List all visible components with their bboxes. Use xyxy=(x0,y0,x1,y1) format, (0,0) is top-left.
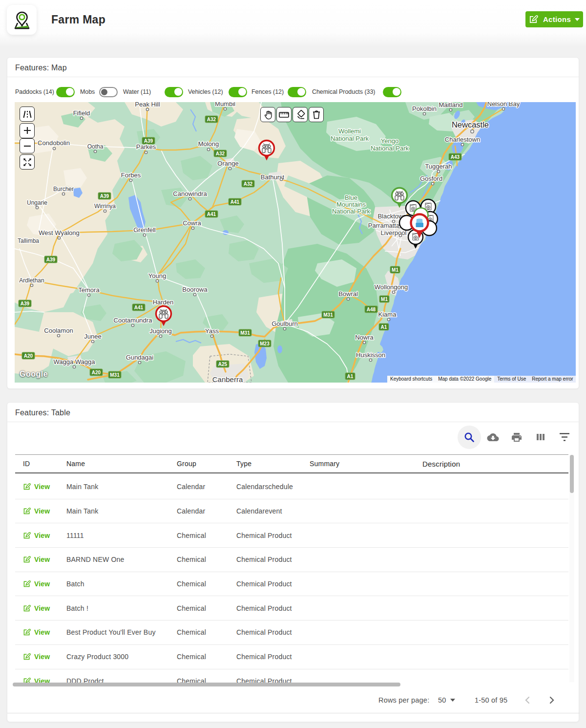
svg-text:Wirrinya: Wirrinya xyxy=(94,203,116,210)
svg-text:Charlestown: Charlestown xyxy=(445,136,480,143)
svg-text:Young: Young xyxy=(148,272,166,279)
svg-text:A39: A39 xyxy=(100,193,109,199)
svg-text:Blue: Blue xyxy=(345,194,357,201)
svg-text:Orange: Orange xyxy=(217,160,238,167)
svg-text:Wagga Wagga: Wagga Wagga xyxy=(53,358,95,365)
svg-text:Gundagai: Gundagai xyxy=(126,354,153,361)
svg-text:A41: A41 xyxy=(134,305,144,310)
svg-text:Gosford: Gosford xyxy=(420,175,442,182)
svg-text:Wollemi: Wollemi xyxy=(338,128,361,135)
svg-text:Yass: Yass xyxy=(205,327,219,335)
svg-text:Fifield: Fifield xyxy=(73,109,90,117)
svg-text:Peak Hill: Peak Hill xyxy=(135,102,160,108)
svg-text:Mountains: Mountains xyxy=(336,201,366,208)
svg-text:M1: M1 xyxy=(392,267,398,273)
svg-text:Pokolbin: Pokolbin xyxy=(412,105,437,112)
svg-text:Bowral: Bowral xyxy=(338,290,358,298)
svg-text:A41: A41 xyxy=(230,199,240,205)
svg-text:Tuggerah: Tuggerah xyxy=(425,163,452,170)
svg-text:Ardlethan: Ardlethan xyxy=(19,277,44,284)
svg-text:A1: A1 xyxy=(347,374,354,379)
svg-text:Canberra: Canberra xyxy=(212,375,243,383)
svg-text:Forbes: Forbes xyxy=(121,171,141,179)
svg-text:Nelson Bay: Nelson Bay xyxy=(487,102,520,107)
svg-text:A48: A48 xyxy=(367,307,376,312)
svg-text:A39: A39 xyxy=(46,257,56,262)
svg-text:Jugiong: Jugiong xyxy=(149,327,172,335)
svg-text:Boorowa: Boorowa xyxy=(182,286,208,293)
svg-text:Goulburn: Goulburn xyxy=(272,320,297,327)
svg-text:A1: A1 xyxy=(381,324,387,330)
svg-text:M31: M31 xyxy=(110,372,120,378)
svg-text:A32: A32 xyxy=(207,117,216,122)
svg-text:Ungarie: Ungarie xyxy=(27,199,47,206)
svg-text:Yengo: Yengo xyxy=(381,137,398,145)
svg-text:Mumbil: Mumbil xyxy=(215,102,235,107)
svg-text:M31: M31 xyxy=(240,330,250,336)
svg-text:M23: M23 xyxy=(260,341,270,346)
svg-text:Nowra: Nowra xyxy=(355,334,374,341)
svg-text:Grenfell: Grenfell xyxy=(133,226,156,234)
svg-text:Temora: Temora xyxy=(78,286,100,294)
svg-text:Kiama: Kiama xyxy=(378,311,397,318)
svg-text:A32: A32 xyxy=(244,181,253,187)
svg-text:Burcher: Burcher xyxy=(53,186,74,193)
svg-text:Newcastle: Newcastle xyxy=(452,120,489,129)
svg-text:A43: A43 xyxy=(451,154,460,160)
svg-text:Coolamon: Coolamon xyxy=(44,327,73,334)
svg-text:National Park: National Park xyxy=(331,135,369,142)
svg-text:Huskisson: Huskisson xyxy=(356,351,385,359)
svg-text:M1: M1 xyxy=(381,297,388,302)
svg-text:Junee: Junee xyxy=(84,333,101,340)
svg-text:West Wyalong: West Wyalong xyxy=(39,229,79,236)
svg-text:A25: A25 xyxy=(218,362,228,367)
svg-text:National Park: National Park xyxy=(332,208,371,215)
svg-text:A20: A20 xyxy=(24,353,33,359)
svg-text:Condobolin: Condobolin xyxy=(38,139,70,147)
svg-text:A41: A41 xyxy=(207,212,216,217)
svg-text:Cootamundra: Cootamundra xyxy=(114,317,153,324)
svg-text:Liverpool: Liverpool xyxy=(381,229,407,236)
svg-text:Parramatta: Parramatta xyxy=(368,222,400,229)
svg-text:National Park: National Park xyxy=(371,145,409,152)
svg-text:A20: A20 xyxy=(92,370,101,375)
svg-text:Parkes: Parkes xyxy=(136,143,156,150)
svg-text:Tallimba: Tallimba xyxy=(18,237,39,244)
svg-text:A32: A32 xyxy=(216,151,225,156)
svg-text:Molong: Molong xyxy=(198,140,219,148)
svg-text:Harden: Harden xyxy=(153,299,174,306)
svg-text:Canowindra: Canowindra xyxy=(173,190,207,197)
svg-text:M31: M31 xyxy=(323,312,333,318)
svg-text:Maitland: Maitland xyxy=(439,102,462,108)
svg-text:A39: A39 xyxy=(21,301,30,306)
svg-text:Ootha: Ootha xyxy=(87,143,104,150)
svg-text:Cowra: Cowra xyxy=(183,219,201,227)
svg-text:Wollongong: Wollongong xyxy=(375,283,408,291)
